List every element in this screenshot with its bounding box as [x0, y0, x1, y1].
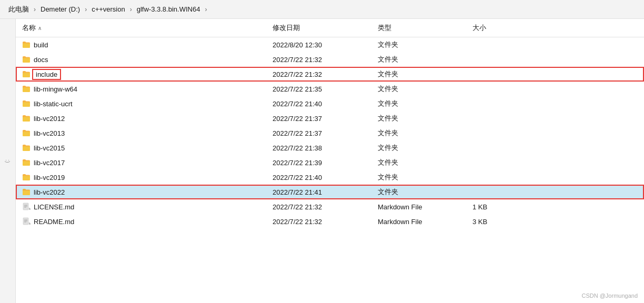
file-name-label: build [34, 41, 48, 49]
table-row[interactable]: build2022/8/20 12:30文件夹 [16, 37, 644, 52]
file-name-label: README.md [34, 218, 74, 226]
col-header-date[interactable]: 修改日期 [268, 21, 374, 35]
watermark: CSDN @Jormungand [581, 292, 638, 299]
folder-icon [22, 55, 31, 64]
folder-icon [22, 173, 31, 181]
col-date-label: 修改日期 [273, 24, 300, 32]
table-row[interactable]: lib-vc20132022/7/22 21:37文件夹 [16, 126, 644, 140]
folder-icon [22, 85, 31, 93]
folder-icon [22, 114, 31, 123]
breadcrumb-separator-1: › [85, 6, 87, 13]
file-date-cell: 2022/7/22 21:32 [268, 70, 374, 78]
file-name-cell: M README.md [16, 217, 268, 226]
breadcrumb-separator-3: › [205, 6, 207, 13]
breadcrumb-item-glfw-folder[interactable]: glfw-3.3.8.bin.WIN64 [135, 4, 203, 14]
table-row[interactable]: docs2022/7/22 21:32文件夹 [16, 52, 644, 67]
file-type-cell: 文件夹 [374, 128, 468, 138]
file-name-cell: docs [16, 55, 268, 64]
file-name-cell: lib-vc2012 [16, 114, 268, 123]
file-name-cell: lib-mingw-w64 [16, 85, 268, 93]
table-row[interactable]: lib-vc20172022/7/22 21:39文件夹 [16, 155, 644, 170]
file-type-cell: 文件夹 [374, 173, 468, 182]
file-type-cell: 文件夹 [374, 55, 468, 64]
svg-text:M: M [29, 222, 31, 225]
file-name-label: lib-vc2019 [34, 174, 65, 181]
folder-icon [22, 129, 31, 137]
file-name-label: lib-static-ucrt [34, 100, 73, 108]
file-date-cell: 2022/7/22 21:40 [268, 174, 374, 181]
breadcrumb-item-drive-d[interactable]: Demeter (D:) [38, 4, 82, 14]
table-row[interactable]: lib-vc20122022/7/22 21:37文件夹 [16, 111, 644, 126]
table-row[interactable]: lib-mingw-w642022/7/22 21:35文件夹 [16, 82, 644, 96]
file-date-cell: 2022/7/22 21:39 [268, 159, 374, 167]
table-row[interactable]: lib-vc20222022/7/22 21:41文件夹 [16, 185, 644, 199]
content-area: :) 名称 ∧ 修改日期 类型 大小 [0, 19, 644, 303]
file-icon: M [22, 217, 31, 226]
table-row[interactable]: lib-static-ucrt2022/7/22 21:40文件夹 [16, 96, 644, 111]
file-date-cell: 2022/7/22 21:40 [268, 100, 374, 108]
folder-icon [22, 188, 31, 196]
table-row[interactable]: lib-vc20152022/7/22 21:38文件夹 [16, 140, 644, 155]
file-date-cell: 2022/7/22 21:41 [268, 188, 374, 196]
file-name-cell: build [16, 41, 268, 49]
file-name-cell: lib-vc2017 [16, 158, 268, 167]
col-name-label: 名称 [22, 23, 36, 33]
file-list: build2022/8/20 12:30文件夹 docs2022/7/22 21… [16, 37, 644, 303]
file-date-cell: 2022/7/22 21:32 [268, 203, 374, 211]
breadcrumb-item-this-pc[interactable]: 此电脑 [6, 4, 31, 15]
file-name-label: lib-vc2017 [34, 159, 65, 167]
file-type-cell: 文件夹 [374, 143, 468, 153]
file-icon: M [22, 203, 31, 211]
file-name-cell: include [16, 70, 268, 78]
folder-icon [22, 144, 31, 152]
file-date-cell: 2022/7/22 21:37 [268, 115, 374, 123]
file-type-cell: 文件夹 [374, 158, 468, 167]
file-name-label: LICENSE.md [34, 203, 74, 211]
file-type-cell: 文件夹 [374, 114, 468, 123]
sidebar-label: :) [5, 159, 11, 163]
main-panel: 名称 ∧ 修改日期 类型 大小 build2022/8/20 12:30文件夹 [16, 19, 644, 303]
file-name-label: docs [34, 56, 48, 64]
file-type-cell: 文件夹 [374, 84, 468, 94]
file-type-cell: Markdown File [374, 218, 468, 226]
explorer-window: 此电脑 › Demeter (D:) › c++version › glfw-3… [0, 0, 644, 303]
col-type-label: 类型 [378, 24, 391, 32]
svg-text:M: M [29, 207, 31, 210]
table-row[interactable]: include2022/7/22 21:32文件夹 [16, 67, 644, 82]
col-header-name[interactable]: 名称 ∧ [16, 21, 268, 35]
table-row[interactable]: M LICENSE.md2022/7/22 21:32Markdown File… [16, 199, 644, 214]
file-date-cell: 2022/7/22 21:37 [268, 129, 374, 137]
file-name-cell: lib-vc2019 [16, 173, 268, 181]
folder-icon [22, 41, 31, 49]
file-type-cell: 文件夹 [374, 187, 468, 197]
file-date-cell: 2022/7/22 21:32 [268, 218, 374, 226]
file-type-cell: 文件夹 [374, 99, 468, 108]
col-size-label: 大小 [472, 24, 486, 32]
folder-icon [22, 99, 31, 108]
column-headers: 名称 ∧ 修改日期 类型 大小 [16, 19, 644, 37]
col-header-type[interactable]: 类型 [374, 21, 468, 35]
file-name-label: include [34, 70, 59, 78]
file-size-cell: 1 KB [468, 203, 531, 211]
file-name-label: lib-vc2015 [34, 144, 65, 152]
file-name-cell: lib-vc2015 [16, 144, 268, 152]
file-size-cell: 3 KB [468, 218, 531, 226]
file-date-cell: 2022/7/22 21:35 [268, 85, 374, 93]
folder-icon [22, 70, 31, 78]
file-name-label: lib-vc2022 [34, 188, 65, 196]
table-row[interactable]: lib-vc20192022/7/22 21:40文件夹 [16, 170, 644, 185]
file-date-cell: 2022/7/22 21:32 [268, 56, 374, 64]
col-header-size[interactable]: 大小 [468, 21, 531, 35]
breadcrumb-bar: 此电脑 › Demeter (D:) › c++version › glfw-3… [0, 0, 644, 19]
file-date-cell: 2022/8/20 12:30 [268, 41, 374, 49]
breadcrumb-separator-0: › [34, 6, 36, 13]
file-type-cell: 文件夹 [374, 69, 468, 79]
breadcrumb-separator-2: › [130, 6, 132, 13]
file-name-cell: lib-static-ucrt [16, 99, 268, 108]
file-date-cell: 2022/7/22 21:38 [268, 144, 374, 152]
file-name-cell: M LICENSE.md [16, 203, 268, 211]
file-type-cell: Markdown File [374, 203, 468, 211]
breadcrumb-item-cpp-version[interactable]: c++version [89, 4, 127, 14]
left-sidebar: :) [0, 19, 16, 303]
table-row[interactable]: M README.md2022/7/22 21:32Markdown File3… [16, 214, 644, 229]
